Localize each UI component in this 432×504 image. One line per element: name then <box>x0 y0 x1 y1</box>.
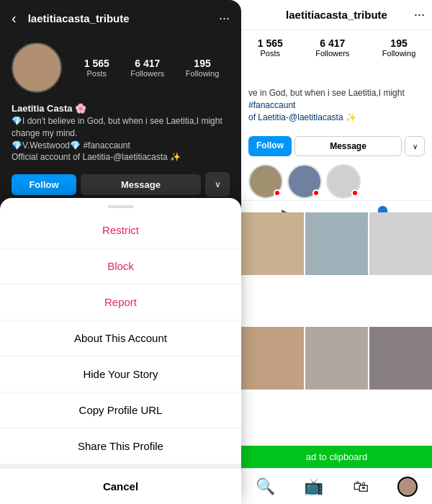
left-following-label: Following <box>186 69 219 78</box>
right-story-1-dot <box>274 189 281 197</box>
left-following-stat: 195 Following <box>186 58 219 78</box>
right-message-button[interactable]: Message <box>294 136 402 156</box>
sheet-handle <box>108 205 134 208</box>
grid-cell-1[interactable] <box>241 212 304 275</box>
left-followers-count: 6 417 <box>135 58 160 69</box>
right-followers-stat: 6 417 Followers <box>315 37 349 58</box>
left-profile-info: 1 565 Posts 6 417 Followers 195 Followin… <box>0 37 241 99</box>
left-follow-button[interactable]: Follow <box>12 174 76 195</box>
share-profile-button[interactable]: Share This Profile <box>0 428 241 464</box>
hide-story-button[interactable]: Hide Your Story <box>0 356 241 392</box>
right-story-3[interactable] <box>326 164 361 199</box>
right-dropdown-button[interactable]: ∨ <box>405 136 425 156</box>
reels-icon[interactable]: 📺 <box>304 477 323 496</box>
home-icon[interactable]: 🔍 <box>256 477 275 496</box>
left-avatar[interactable] <box>12 42 62 93</box>
photo-grid <box>241 212 432 439</box>
right-following-count: 195 <box>390 37 407 49</box>
cancel-button[interactable]: Cancel <box>0 464 241 504</box>
right-bio-mention: of Laetitia-@laetitiacasta ✨ <box>248 112 425 124</box>
grid-cell-4[interactable] <box>241 327 304 390</box>
grid-cell-2[interactable] <box>305 212 368 275</box>
back-button[interactable]: ‹ <box>12 10 17 27</box>
right-bio: ve in God, but when i see Laetitia,I mig… <box>241 83 432 127</box>
nav-avatar[interactable] <box>397 477 418 497</box>
left-action-buttons: Follow Message ∨ <box>0 168 241 201</box>
left-posts-stat: 1 565 Posts <box>84 58 109 78</box>
right-username: laetitiacasta_tribute <box>286 9 387 21</box>
left-bio-line2: change my mind. <box>12 127 230 140</box>
grid-cell-6[interactable] <box>369 327 432 390</box>
shop-icon[interactable]: 🛍 <box>353 477 369 496</box>
right-followers-count: 6 417 <box>320 37 345 49</box>
left-following-count: 195 <box>194 58 210 69</box>
block-button[interactable]: Block <box>0 248 241 284</box>
right-follow-button[interactable]: Follow <box>248 136 292 156</box>
left-followers-label: Followers <box>130 69 164 78</box>
left-dropdown-button[interactable]: ∨ <box>205 172 230 197</box>
left-more-icon[interactable]: ··· <box>219 11 230 26</box>
left-followers-stat: 6 417 Followers <box>130 58 164 78</box>
right-story-1[interactable] <box>248 164 283 199</box>
right-stats: 1 565 Posts 6 417 Followers 195 Followin… <box>241 30 432 65</box>
left-profile-header: ‹ laetitiacasta_tribute ··· <box>0 0 241 37</box>
left-message-button[interactable]: Message <box>81 174 201 195</box>
right-bottom-nav: 🔍 📺 🛍 <box>241 468 432 504</box>
left-stats: 1 565 Posts 6 417 Followers 195 Followin… <box>73 58 230 78</box>
left-posts-count: 1 565 <box>84 58 109 69</box>
right-bio-hashtag: #fanaccaunt <box>248 99 425 112</box>
left-bio-line1: 💎I don't believe in God, but when i see … <box>12 115 230 127</box>
left-username: laetitiacasta_tribute <box>28 12 130 24</box>
right-posts-count: 1 565 <box>258 37 283 49</box>
right-more-icon[interactable]: ··· <box>414 7 425 22</box>
right-stories <box>241 160 432 203</box>
right-following-stat: 195 Following <box>382 37 415 58</box>
right-buttons: Follow Message ∨ <box>241 133 432 159</box>
about-account-button[interactable]: About This Account <box>0 320 241 356</box>
action-sheet: Restrict Block Report About This Account… <box>0 198 241 504</box>
chevron-down-icon: ∨ <box>215 179 221 189</box>
right-bio-line1: ve in God, but when i see Laetitia,I mig… <box>248 87 425 99</box>
report-button[interactable]: Report <box>0 284 241 320</box>
right-story-2[interactable] <box>287 164 322 199</box>
left-posts-label: Posts <box>87 69 107 78</box>
clipboard-banner: ad to clipboard <box>241 446 432 468</box>
right-story-3-dot <box>351 189 359 197</box>
right-following-label: Following <box>382 49 415 58</box>
right-posts-label: Posts <box>261 49 281 58</box>
left-bio-official: Official account of Laetitia-@laetitiaca… <box>12 151 230 163</box>
grid-cell-3[interactable] <box>369 212 432 275</box>
right-posts-stat: 1 565 Posts <box>258 37 283 58</box>
right-followers-label: Followers <box>315 49 349 58</box>
copy-url-button[interactable]: Copy Profile URL <box>0 392 241 428</box>
left-display-name: Laetitia Casta 🌸 <box>0 99 241 115</box>
restrict-button[interactable]: Restrict <box>0 212 241 248</box>
right-header: laetitiacasta_tribute ··· <box>241 0 432 30</box>
right-story-2-dot <box>312 189 320 197</box>
left-bio: 💎I don't believe in God, but when i see … <box>0 115 241 168</box>
grid-cell-5[interactable] <box>305 327 368 390</box>
left-bio-vw: 💎V.Westwood💎 #fanaccaunt <box>12 140 230 152</box>
